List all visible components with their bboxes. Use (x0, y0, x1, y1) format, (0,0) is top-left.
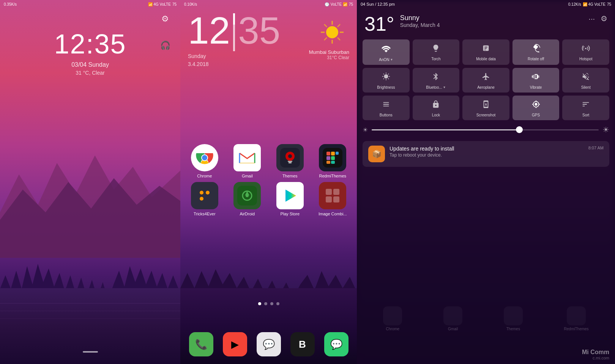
qs-gps[interactable]: GPS (512, 96, 560, 120)
lock-weather: 31 °C, Clear (54, 70, 126, 76)
headphones-icon: 🎧 (158, 38, 173, 53)
app-tricks4ever[interactable]: Tricks4Ever (184, 182, 225, 216)
svg-rect-45 (333, 196, 339, 202)
app-imagecombiner[interactable]: Image Combi... (312, 182, 353, 216)
qs-hotspot[interactable]: Hotspot (562, 39, 609, 65)
app-redmithemes[interactable]: RedmiThemes (312, 144, 353, 178)
gmail-icon (233, 144, 261, 171)
qs-bluetooth[interactable]: Bluetoo... ▼ (413, 68, 460, 93)
home-clock-status: 🕐 (325, 2, 329, 6)
svg-line-10 (324, 24, 327, 27)
qs-rotate[interactable]: Rotate off (512, 39, 560, 65)
notif-update-icon: 📦 (368, 146, 385, 162)
aeroplane-icon (482, 72, 490, 83)
home-content: 12 35 Sunday 3.4.2018 Mumbai Su (180, 0, 357, 364)
weather-settings-btn[interactable]: ⚙ (601, 14, 607, 23)
hotspot-icon (582, 44, 590, 55)
brightness-thumb[interactable] (516, 126, 523, 133)
lock-content: ⚙ 🎧 12:35 03/04 Sunday 31 °C, Clear (0, 0, 180, 364)
notif-subtitle: Tap to reboot your device. (390, 152, 584, 158)
qs-torch[interactable]: Torch (413, 39, 460, 65)
page-indicators (258, 302, 279, 305)
svg-rect-32 (195, 186, 214, 206)
home-date: 3.4.2018 (188, 61, 280, 67)
shade-speed: 0.12K/s (568, 2, 581, 6)
shade-time: 12:35 pm (377, 2, 395, 6)
left-speed: 0.35K/s (4, 2, 17, 6)
dock-phone[interactable]: 📞 (189, 332, 213, 356)
dock-chat[interactable]: 💬 (324, 332, 348, 356)
weather-actions: ··· ⚙ (588, 14, 607, 23)
update-notification[interactable]: 📦 Updates are ready to install Tap to re… (363, 141, 609, 167)
home-clock: 12 35 (188, 11, 280, 51)
settings-icon[interactable]: ⚙ (158, 11, 173, 27)
torch-icon (432, 44, 440, 55)
brightness-fill (372, 129, 519, 130)
blurred-themes-label: Themes (506, 327, 520, 331)
dock-b-app[interactable]: B (290, 332, 315, 356)
svg-rect-25 (326, 152, 330, 155)
weather-date: Sunday, March 4 (400, 22, 440, 28)
qs-screenshot[interactable]: Screenshot (462, 96, 509, 120)
svg-rect-23 (289, 162, 292, 163)
buttons-icon (382, 100, 390, 111)
weather-temp: 31° (364, 14, 394, 34)
shade-battery: 75 (607, 2, 611, 6)
qs-lock[interactable]: Lock (413, 96, 460, 120)
svg-rect-22 (288, 161, 292, 162)
qs-silent[interactable]: Silent (562, 68, 609, 93)
svg-line-13 (324, 38, 327, 40)
app-grid: Chrome Gmail (184, 144, 353, 216)
weather-info: Sunny Sunday, March 4 (400, 14, 440, 28)
svg-line-11 (337, 38, 340, 40)
qs-wifi[interactable]: AnON ▼ (363, 39, 410, 65)
app-chrome[interactable]: Chrome (184, 144, 225, 178)
bluetooth-label-wrap: Bluetoo... ▼ (426, 85, 446, 89)
qs-sort[interactable]: Sort (562, 96, 609, 120)
app-airdroid[interactable]: AirDroid (227, 182, 268, 216)
blurred-chrome-icon (383, 306, 402, 325)
lock-label: Lock (432, 113, 440, 117)
home-weather-location: Mumbai Suburban 31°C Clear (309, 49, 349, 60)
mobile-data-label: Mobile data (476, 57, 496, 61)
qs-vibrate[interactable]: Vibrate (512, 68, 560, 93)
left-status-icons: 📶 4G VoLTE 75 (148, 2, 177, 6)
home-hour: 12 (188, 11, 230, 49)
app-playstore[interactable]: Play Store (270, 182, 311, 216)
brightness-icon (382, 72, 390, 83)
svg-rect-27 (336, 152, 339, 155)
dock-messages[interactable]: 💬 (257, 332, 281, 356)
weather-more-btn[interactable]: ··· (588, 14, 595, 23)
shade-network: 📶 4G VoLTE (583, 2, 606, 6)
hotspot-label: Hotspot (579, 57, 592, 61)
app-themes[interactable]: Themes (270, 144, 311, 178)
svg-rect-30 (326, 161, 330, 164)
shade-content: 04 Sun / 12:35 pm 0.12K/s 📶 4G VoLTE 75 … (357, 0, 615, 364)
left-top-icons: ⚙ 🎧 (158, 11, 173, 53)
svg-line-12 (337, 24, 340, 27)
qs-aeroplane[interactable]: Aeroplane (462, 68, 509, 93)
shade-date-time: 04 Sun / 12:35 pm (361, 2, 395, 6)
qs-brightness[interactable]: Brightness (363, 68, 410, 93)
qs-buttons[interactable]: Buttons (363, 96, 410, 120)
shade-status-bar: 04 Sun / 12:35 pm 0.12K/s 📶 4G VoLTE 75 (357, 0, 615, 8)
qs-mobile-data[interactable]: Mobile data (462, 39, 509, 65)
tricks4ever-label: Tricks4Ever (194, 212, 216, 216)
redmithemes-icon (319, 144, 346, 171)
buttons-label: Buttons (380, 113, 393, 117)
wifi-icon (382, 44, 391, 55)
dock-youtube[interactable]: ▶ (223, 332, 247, 356)
svg-point-5 (326, 26, 338, 38)
left-battery: 75 (172, 2, 177, 6)
page-dot-3 (270, 302, 273, 305)
rotate-icon (532, 44, 540, 55)
weather-left: 31° Sunny Sunday, March 4 (364, 14, 440, 34)
bluetooth-dropdown: ▼ (443, 86, 446, 89)
brightness-track[interactable] (372, 129, 599, 130)
app-gmail[interactable]: Gmail (227, 144, 268, 178)
tricks4ever-icon (191, 182, 218, 209)
brightness-slider-row: ☀ ☀ (357, 122, 615, 137)
lock-date: 03/04 Sunday (54, 61, 126, 68)
svg-rect-26 (331, 152, 335, 155)
airdroid-icon (233, 182, 261, 209)
